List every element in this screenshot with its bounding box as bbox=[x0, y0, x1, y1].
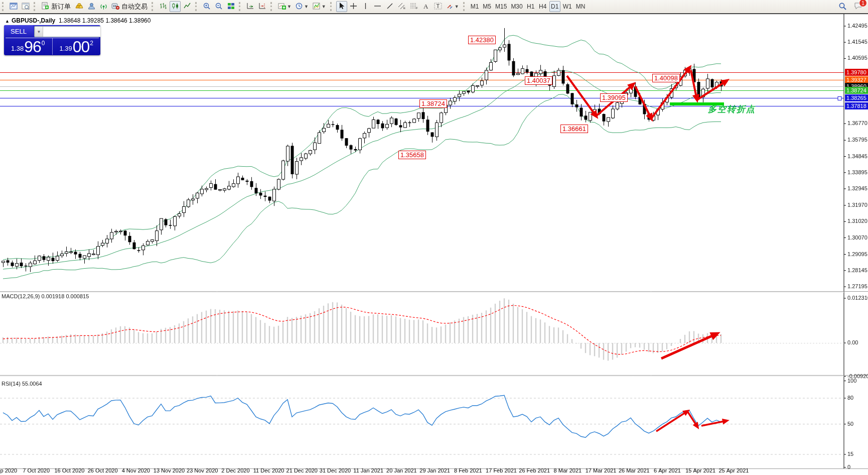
buy-price-small: 1.39 bbox=[59, 45, 72, 52]
channel-button[interactable]: E bbox=[396, 1, 407, 12]
horizontal-line-button[interactable] bbox=[372, 1, 383, 12]
sell-price-big: 96 bbox=[24, 40, 41, 54]
add-indicator-button[interactable]: ▼ bbox=[276, 1, 293, 12]
community-button[interactable] bbox=[86, 1, 97, 12]
toolbar-grip bbox=[270, 2, 274, 11]
axis-price-tag: 1.37818 bbox=[845, 102, 868, 109]
buy-price[interactable]: 1.39 00 2 bbox=[53, 38, 101, 55]
collapse-triangle-icon[interactable]: ▲ bbox=[5, 19, 10, 24]
tile-windows-icon bbox=[227, 3, 235, 11]
trendline-icon bbox=[386, 3, 393, 11]
sell-price[interactable]: 1.38 96 0 bbox=[4, 38, 53, 55]
periods-button[interactable]: ▼ bbox=[294, 1, 310, 12]
zoom-in-button[interactable] bbox=[201, 1, 212, 12]
templates-icon bbox=[313, 3, 321, 11]
timeframe-h1[interactable]: H1 bbox=[525, 1, 536, 12]
arrows-tool-button[interactable]: ▼ bbox=[445, 1, 461, 12]
price-label: 1.35658 bbox=[398, 151, 426, 159]
notifications-button[interactable]: 1 bbox=[854, 2, 864, 12]
autotrade-icon bbox=[111, 3, 119, 11]
one-click-trade-panel: SELL ▼ ▲ BUY 1.38 96 0 1.39 00 2 bbox=[4, 25, 100, 55]
timeframe-m1[interactable]: M1 bbox=[469, 1, 481, 12]
timeframe-w1[interactable]: W1 bbox=[561, 1, 573, 12]
timeframe-m15[interactable]: M15 bbox=[494, 1, 508, 12]
arrows-tool-icon bbox=[446, 3, 454, 11]
add-indicator-icon bbox=[278, 3, 286, 11]
trendline-button[interactable] bbox=[384, 1, 395, 12]
line-chart-button[interactable] bbox=[182, 1, 193, 12]
macd-pane-label: MACD(12,26,9) 0.001918 0.000815 bbox=[2, 293, 89, 299]
axis-price-tag: 1.39327 bbox=[845, 76, 868, 83]
buy-price-sup: 2 bbox=[90, 40, 93, 47]
text-label-button[interactable]: T bbox=[432, 1, 444, 12]
svg-text:T: T bbox=[436, 3, 440, 9]
svg-text:A: A bbox=[423, 3, 428, 10]
axis-price-tag: 1.38724 bbox=[845, 87, 868, 94]
timeframe-h4[interactable]: H4 bbox=[537, 1, 548, 12]
volume-input[interactable] bbox=[43, 27, 100, 37]
signals-button[interactable] bbox=[98, 1, 109, 12]
rsi-pane-label: RSI(14) 55.0064 bbox=[2, 381, 42, 387]
mt4-window: 新订单自动交易▼▼▼EFAT▼M1M5M15M30H1H4D1W1MN 1 ▲G… bbox=[0, 0, 868, 475]
bar-chart-icon bbox=[160, 3, 167, 11]
sell-price-sup: 0 bbox=[42, 40, 45, 47]
chart-title: ▲GBPUSD-,Daily 1.38648 1.39285 1.38646 1… bbox=[5, 17, 151, 24]
templates-button[interactable]: ▼ bbox=[311, 1, 328, 12]
channel-icon: E bbox=[398, 2, 406, 11]
timeframe-m30[interactable]: M30 bbox=[509, 1, 524, 12]
ohlc-values: 1.38648 1.39285 1.38646 1.38960 bbox=[59, 17, 151, 24]
sell-button[interactable]: SELL bbox=[4, 25, 33, 38]
auto-scroll-button[interactable] bbox=[245, 1, 256, 12]
symbol-name: GBPUSD-,Daily bbox=[12, 17, 55, 24]
timeframe-mn[interactable]: MN bbox=[574, 1, 587, 12]
toolbar-grip bbox=[463, 2, 467, 11]
vertical-line-icon bbox=[363, 3, 368, 11]
periods-icon bbox=[296, 3, 303, 11]
text-button[interactable]: A bbox=[420, 1, 431, 12]
notification-badge: 1 bbox=[859, 0, 867, 7]
volume-down-button[interactable]: ▼ bbox=[35, 27, 43, 37]
price-label: 1.36661 bbox=[560, 125, 588, 133]
zoom-out-button[interactable] bbox=[213, 1, 224, 12]
axis-price-tag: 1.39780 bbox=[845, 69, 868, 76]
zoom-in-icon bbox=[203, 3, 211, 11]
timeframe-d1[interactable]: D1 bbox=[549, 1, 560, 12]
toolbar-grip bbox=[330, 2, 334, 11]
chart-shift-icon bbox=[258, 3, 266, 11]
tile-windows-button[interactable] bbox=[225, 1, 236, 12]
timeframe-m5[interactable]: M5 bbox=[481, 1, 493, 12]
chart-area: ▲GBPUSD-,Daily 1.38648 1.39285 1.38646 1… bbox=[0, 14, 868, 475]
cursor-icon bbox=[338, 2, 345, 11]
candle-chart-icon bbox=[172, 3, 179, 11]
search-icon[interactable] bbox=[838, 2, 847, 12]
annotation-cn-text: 多空转折点 bbox=[708, 103, 756, 115]
candle-chart-button[interactable] bbox=[170, 1, 181, 12]
svg-text:F: F bbox=[416, 7, 418, 10]
gold-button[interactable] bbox=[73, 1, 85, 12]
bar-chart-button[interactable] bbox=[158, 1, 169, 12]
zoom-out-icon bbox=[215, 3, 223, 11]
vertical-line-button[interactable] bbox=[360, 1, 371, 12]
text-label-icon: T bbox=[434, 2, 442, 11]
profiles-icon bbox=[22, 3, 30, 11]
fibonacci-button[interactable]: F bbox=[408, 1, 419, 12]
gold-icon bbox=[75, 3, 83, 11]
community-icon bbox=[88, 3, 95, 11]
price-label: 1.40037 bbox=[525, 76, 552, 85]
crosshair-button[interactable] bbox=[348, 1, 359, 12]
volume-box: ▼ ▲ bbox=[34, 26, 100, 37]
chart-shift-button[interactable] bbox=[257, 1, 268, 12]
toolbar-grip bbox=[239, 2, 243, 11]
auto-trading-button[interactable]: 自动交易 bbox=[110, 1, 149, 12]
cursor-button[interactable] bbox=[336, 1, 347, 12]
price-label: 1.38724 bbox=[419, 99, 447, 108]
price-label: 1.42380 bbox=[468, 36, 496, 44]
new-order-button[interactable]: 新订单 bbox=[40, 1, 72, 12]
profiles-button[interactable] bbox=[20, 1, 31, 12]
new-chart-button[interactable] bbox=[8, 1, 19, 12]
crosshair-icon bbox=[350, 3, 357, 11]
sell-price-small: 1.38 bbox=[11, 45, 24, 52]
new-chart-icon bbox=[10, 3, 18, 11]
chart-canvas[interactable] bbox=[0, 14, 868, 475]
line-chart-icon bbox=[184, 3, 191, 11]
